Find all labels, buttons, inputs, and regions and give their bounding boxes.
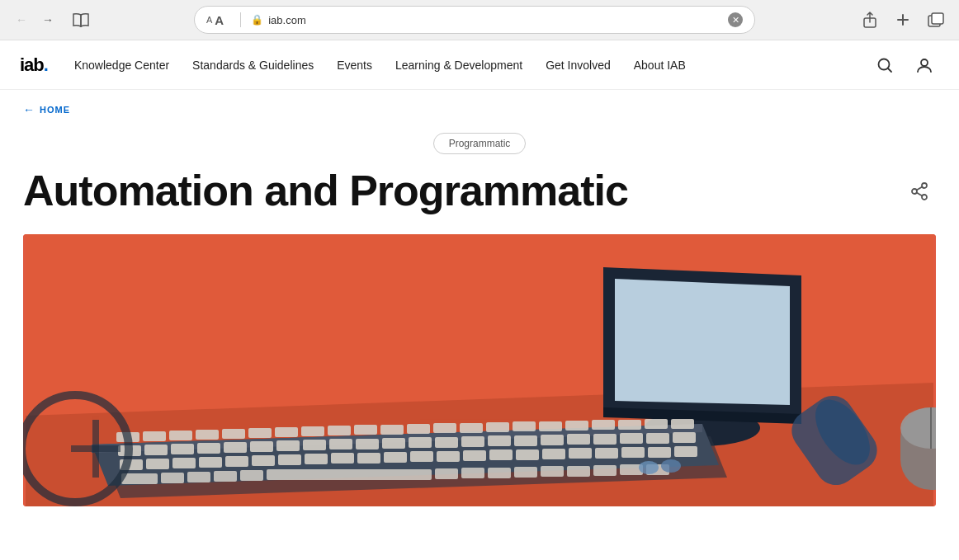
breadcrumb: ← HOME xyxy=(0,103,959,116)
nav-link-standards-guidelines[interactable]: Standards & Guidelines xyxy=(192,59,314,72)
forward-button[interactable]: → xyxy=(36,8,59,31)
back-button[interactable]: ← xyxy=(10,8,33,31)
category-badge[interactable]: Programmatic xyxy=(433,133,527,154)
nav-link-events[interactable]: Events xyxy=(337,59,372,72)
svg-point-4 xyxy=(921,59,928,66)
svg-rect-22 xyxy=(169,431,192,440)
svg-rect-76 xyxy=(437,451,460,462)
search-button[interactable] xyxy=(870,50,900,80)
svg-rect-60 xyxy=(593,434,616,445)
address-bar[interactable]: A A 🔒 iab.com ✕ xyxy=(194,6,755,34)
svg-rect-52 xyxy=(382,438,405,449)
website-content: iab. Knowledge Center Standards & Guidel… xyxy=(0,40,959,506)
svg-rect-56 xyxy=(488,435,511,446)
main-content: ← HOME Programmatic Automation and Progr… xyxy=(0,90,959,506)
tabs-button[interactable] xyxy=(923,7,949,33)
svg-rect-90 xyxy=(240,470,263,481)
article-title: Automation and Programmatic xyxy=(23,167,782,214)
svg-rect-86 xyxy=(121,473,158,484)
svg-rect-44 xyxy=(171,444,194,454)
reader-mode-button[interactable] xyxy=(66,5,96,35)
text-size-control: A A xyxy=(206,13,224,27)
svg-rect-46 xyxy=(224,442,247,453)
svg-rect-28 xyxy=(328,426,351,435)
new-tab-button[interactable] xyxy=(890,7,916,33)
svg-rect-36 xyxy=(539,421,562,431)
nav-link-get-involved[interactable]: Get Involved xyxy=(546,59,611,72)
svg-line-9 xyxy=(917,186,923,190)
browser-toolbar: ← → A A 🔒 iab.com ✕ xyxy=(0,0,959,40)
svg-rect-79 xyxy=(516,449,539,460)
breadcrumb-home[interactable]: HOME xyxy=(40,105,70,115)
svg-rect-94 xyxy=(488,468,511,478)
share-toolbar-button[interactable] xyxy=(857,7,883,33)
svg-point-5 xyxy=(922,183,927,188)
article-header: Automation and Programmatic xyxy=(0,167,959,214)
clear-button[interactable]: ✕ xyxy=(728,12,743,27)
toolbar-actions xyxy=(857,7,949,33)
svg-rect-73 xyxy=(357,453,380,464)
nav-link-about-iab[interactable]: About IAB xyxy=(634,59,686,72)
svg-point-7 xyxy=(922,195,927,200)
share-icon xyxy=(862,12,877,28)
svg-rect-82 xyxy=(595,448,618,459)
svg-rect-75 xyxy=(410,451,433,462)
hero-illustration xyxy=(23,234,936,506)
svg-rect-68 xyxy=(225,456,248,467)
url-display: 🔒 iab.com xyxy=(251,14,721,26)
svg-rect-32 xyxy=(433,423,456,433)
site-navigation: iab. Knowledge Center Standards & Guidel… xyxy=(0,40,959,90)
svg-marker-15 xyxy=(615,279,790,405)
svg-rect-92 xyxy=(435,468,458,479)
svg-rect-57 xyxy=(514,435,537,446)
svg-rect-50 xyxy=(329,439,352,449)
svg-rect-2 xyxy=(932,13,943,24)
svg-rect-25 xyxy=(248,428,272,438)
svg-rect-24 xyxy=(222,429,245,439)
svg-rect-34 xyxy=(486,422,509,432)
nav-link-learning-development[interactable]: Learning & Development xyxy=(395,59,522,72)
category-badge-container: Programmatic xyxy=(0,133,959,154)
svg-rect-71 xyxy=(305,454,328,464)
svg-rect-59 xyxy=(567,434,590,445)
breadcrumb-arrow: ← xyxy=(23,103,35,116)
svg-rect-96 xyxy=(541,466,564,477)
svg-rect-84 xyxy=(648,447,671,458)
svg-rect-45 xyxy=(197,443,220,454)
svg-rect-61 xyxy=(620,433,643,444)
svg-rect-91 xyxy=(267,469,432,480)
svg-point-102 xyxy=(661,459,681,473)
article-share-button[interactable] xyxy=(903,175,936,208)
svg-rect-63 xyxy=(673,432,696,443)
hero-image xyxy=(23,234,936,506)
svg-line-8 xyxy=(917,192,923,195)
logo-dot: . xyxy=(44,54,48,75)
svg-rect-97 xyxy=(567,466,590,477)
svg-rect-53 xyxy=(409,437,432,448)
nav-links: Knowledge Center Standards & Guidelines … xyxy=(74,59,870,72)
svg-rect-49 xyxy=(303,440,326,450)
svg-rect-87 xyxy=(161,473,184,483)
svg-rect-21 xyxy=(143,431,166,441)
search-icon xyxy=(876,57,893,73)
nav-link-knowledge-center[interactable]: Knowledge Center xyxy=(74,59,169,72)
site-logo[interactable]: iab. xyxy=(20,56,48,74)
user-icon xyxy=(916,57,933,73)
plus-icon xyxy=(896,13,909,26)
nav-buttons: ← → xyxy=(10,8,59,31)
svg-rect-48 xyxy=(276,440,300,451)
svg-rect-39 xyxy=(618,420,641,430)
svg-rect-38 xyxy=(592,420,615,430)
svg-rect-83 xyxy=(621,447,645,458)
logo-text: iab. xyxy=(20,56,48,74)
svg-rect-35 xyxy=(513,421,536,431)
svg-rect-81 xyxy=(569,448,592,459)
svg-rect-88 xyxy=(187,472,210,482)
nav-actions xyxy=(870,50,939,80)
svg-rect-95 xyxy=(514,467,537,478)
small-a: A xyxy=(206,15,212,25)
svg-rect-41 xyxy=(671,419,694,429)
user-button[interactable] xyxy=(909,50,939,80)
svg-rect-58 xyxy=(541,435,564,445)
svg-rect-23 xyxy=(196,430,219,440)
